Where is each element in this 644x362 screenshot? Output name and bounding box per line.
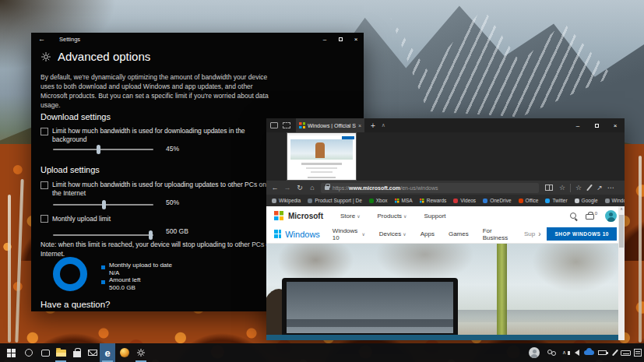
slider-thumb[interactable] — [149, 230, 153, 240]
settings-titlebar: ← Settings – × — [31, 33, 364, 45]
tray-people[interactable] — [544, 343, 558, 362]
hero-tablet-device — [282, 278, 458, 335]
shop-windows10-button[interactable]: SHOP WINDOWS 10 — [547, 227, 617, 241]
favorite-office[interactable]: Office — [519, 198, 539, 203]
action-center-button[interactable] — [631, 343, 644, 362]
videos-icon — [453, 199, 458, 203]
nav-for-business[interactable]: For Business — [483, 227, 513, 241]
windows-logo[interactable] — [274, 230, 281, 238]
favorite-xbox[interactable]: Xbox — [369, 198, 388, 203]
nav-support-truncated[interactable]: Sup — [524, 230, 535, 237]
set-tabs-aside-icon[interactable] — [270, 122, 278, 128]
favorite-windows10-compare[interactable]: Windows 10 Compar- — [605, 198, 625, 203]
nav-games[interactable]: Games — [449, 230, 469, 237]
nav-more-chevron-icon[interactable]: › — [538, 230, 540, 238]
tab-preview-toggle-icon[interactable]: ∧ — [382, 122, 385, 128]
scrollbar-thumb[interactable] — [619, 215, 624, 248]
task-view-button[interactable] — [37, 343, 53, 362]
microsoft-favicon — [299, 122, 305, 128]
add-favorite-star-icon[interactable]: ☆ — [559, 184, 565, 192]
favorite-twitter[interactable]: Twitter — [545, 198, 567, 203]
scroll-up-icon[interactable]: ∧ — [618, 206, 625, 211]
nav-support[interactable]: Support — [424, 213, 446, 220]
nav-devices[interactable]: Devices∨ — [379, 230, 406, 237]
reading-view-icon[interactable] — [545, 185, 553, 191]
share-icon[interactable]: ↗ — [596, 184, 603, 192]
minimize-button[interactable]: – — [568, 118, 587, 132]
tray-user-avatar[interactable] — [526, 343, 542, 362]
slider-thumb[interactable] — [97, 145, 100, 154]
monthly-upload-slider[interactable] — [53, 234, 153, 236]
search-icon[interactable] — [570, 213, 576, 219]
store-button[interactable] — [69, 343, 85, 362]
tab-title: Windows | Official Site f — [308, 123, 356, 128]
favorite-msa[interactable]: MSA — [395, 198, 413, 203]
nav-products[interactable]: Products∨ — [378, 213, 407, 220]
windows-brand[interactable]: Windows — [285, 230, 320, 239]
close-button[interactable]: × — [606, 118, 625, 132]
tab-preview-thumbnail[interactable] — [287, 132, 357, 181]
page-scrollbar[interactable]: ∧ — [618, 206, 625, 340]
tray-onedrive[interactable] — [582, 343, 596, 362]
edge-button[interactable]: e — [100, 343, 115, 362]
tray-battery[interactable] — [596, 343, 609, 362]
download-slider-value: 45% — [166, 145, 179, 153]
nav-apps[interactable]: Apps — [421, 230, 435, 237]
upload-limit-label: Limit how much bandwidth is used for upl… — [52, 181, 274, 199]
color-orb-app-button[interactable] — [117, 343, 132, 362]
settings-taskbar-button[interactable] — [133, 343, 149, 362]
cortana-button[interactable] — [21, 343, 37, 362]
hero-bottom-band — [266, 335, 625, 340]
url-text[interactable]: https://www.microsoft.com/en-us/windows — [333, 185, 438, 191]
start-button[interactable] — [3, 343, 19, 362]
favorite-onedrive[interactable]: OneDrive — [483, 198, 511, 203]
web-note-pen-icon[interactable] — [586, 185, 593, 192]
nav-store[interactable]: Store∨ — [340, 213, 361, 220]
favorite-rewards[interactable]: Rewards — [420, 198, 447, 203]
keyboard-icon — [621, 350, 631, 356]
mail-button[interactable] — [85, 343, 100, 362]
back-icon[interactable]: ← — [38, 35, 45, 43]
new-tab-button[interactable]: + — [371, 121, 375, 130]
hub-favorites-icon[interactable]: ☆ — [575, 184, 582, 192]
volume-icon — [575, 350, 579, 356]
account-avatar[interactable] — [605, 210, 617, 222]
task-view-icon — [41, 350, 50, 357]
minimize-button[interactable]: – — [317, 33, 333, 45]
back-icon[interactable]: ← — [269, 184, 281, 192]
tabs-set-aside-icon[interactable] — [283, 122, 290, 128]
download-limit-label: Limit how much bandwidth is used for dow… — [52, 127, 269, 145]
maximize-button[interactable] — [587, 118, 606, 132]
favorite-wikipedia[interactable]: Wikipedia — [272, 198, 301, 203]
favorite-product-support[interactable]: Product Support | De — [308, 198, 362, 203]
tray-volume[interactable] — [570, 343, 583, 362]
browser-tab[interactable]: Windows | Official Site f × — [296, 118, 364, 132]
refresh-icon[interactable]: ↻ — [294, 184, 306, 192]
nav-windows10[interactable]: Windows 10∨ — [333, 227, 365, 241]
close-button[interactable]: × — [348, 33, 364, 45]
lock-icon — [325, 186, 329, 190]
microsoft-brand[interactable]: Microsoft — [288, 212, 323, 220]
upload-usage-donut-chart — [53, 257, 87, 291]
wallpaper-birch-trunk — [8, 195, 11, 343]
address-bar[interactable]: https://www.microsoft.com/en-us/windows — [321, 183, 539, 193]
more-options-icon[interactable]: ⋯ — [607, 184, 614, 192]
home-icon[interactable]: ⌂ — [306, 184, 318, 192]
tab-close-icon[interactable]: × — [358, 123, 361, 128]
slider-thumb[interactable] — [102, 200, 106, 209]
file-explorer-button[interactable] — [53, 343, 69, 362]
twitter-icon — [545, 199, 550, 203]
favorite-videos[interactable]: Videos — [453, 198, 476, 203]
store-icon — [73, 351, 81, 357]
favorite-google[interactable]: Google — [575, 198, 598, 203]
upload-bandwidth-slider[interactable] — [53, 204, 153, 206]
upload-limit-checkbox[interactable] — [40, 181, 48, 189]
monthly-upload-limit-checkbox[interactable] — [40, 215, 48, 223]
monthly-slider-value: 500 GB — [166, 227, 188, 235]
forward-icon[interactable]: → — [281, 184, 294, 192]
microsoft-logo[interactable] — [274, 211, 283, 220]
download-bandwidth-slider[interactable] — [53, 149, 153, 150]
download-limit-checkbox[interactable] — [40, 128, 48, 135]
maximize-button[interactable] — [333, 33, 348, 45]
cart-icon[interactable] — [586, 214, 594, 220]
